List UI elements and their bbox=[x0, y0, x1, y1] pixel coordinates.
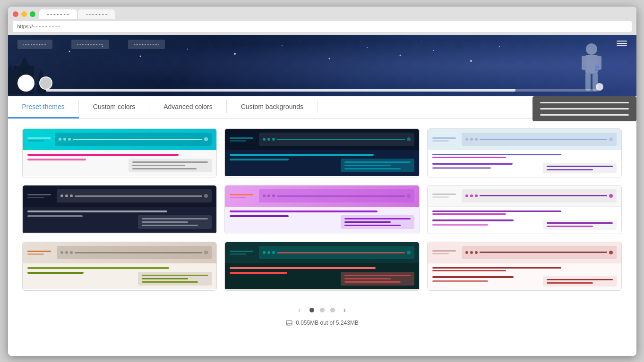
theme-9-subpanel bbox=[543, 276, 617, 286]
svg-point-22 bbox=[287, 324, 288, 325]
theme-3-header bbox=[428, 129, 622, 150]
prev-page-button[interactable]: ‹ bbox=[295, 305, 303, 315]
theme-4-header bbox=[23, 185, 217, 207]
theme-8-subpanel bbox=[341, 272, 414, 286]
svg-point-18 bbox=[470, 60, 472, 62]
theme-3-subpanel bbox=[543, 163, 617, 173]
next-page-button[interactable]: › bbox=[341, 305, 349, 315]
page-dot-2[interactable] bbox=[320, 308, 325, 312]
theme-7-lines bbox=[27, 272, 134, 274]
theme-1-header bbox=[23, 129, 217, 150]
storage-icon bbox=[285, 319, 293, 327]
svg-point-14 bbox=[328, 58, 330, 59]
theme-5-body-section bbox=[230, 215, 414, 229]
theme-6-subpanel bbox=[543, 219, 617, 230]
page-dot-3[interactable] bbox=[330, 308, 335, 312]
theme-5-body bbox=[225, 207, 419, 233]
svg-point-16 bbox=[399, 54, 401, 56]
hero-banner: ··············· ················· ······… bbox=[8, 35, 636, 96]
theme-2-header bbox=[225, 129, 419, 150]
storage-text: 0.055MB out of 5.243MB bbox=[296, 320, 359, 326]
hero-nav-link-2[interactable]: ················· bbox=[71, 40, 110, 49]
close-button[interactable] bbox=[13, 11, 18, 17]
theme-6-inner bbox=[462, 189, 617, 202]
address-bar[interactable]: https://··················· bbox=[13, 21, 632, 32]
theme-6-body bbox=[428, 207, 622, 234]
theme-7-inner bbox=[57, 246, 212, 259]
tab-advanced-colors[interactable]: Advanced colors bbox=[149, 96, 227, 118]
theme-2-lines bbox=[230, 159, 336, 160]
svg-rect-2 bbox=[582, 56, 586, 70]
theme-card-9[interactable] bbox=[427, 242, 622, 291]
dropdown-line-2 bbox=[540, 108, 629, 109]
dropdown-menu bbox=[532, 96, 636, 121]
svg-point-0 bbox=[586, 43, 597, 55]
theme-9-lines bbox=[432, 276, 539, 282]
page-dot-1[interactable] bbox=[309, 308, 314, 312]
address-bar-row: https://··················· bbox=[13, 21, 632, 32]
tab-custom-colors[interactable]: Custom colors bbox=[79, 96, 149, 118]
hero-nav-link-1[interactable]: ··············· bbox=[17, 40, 52, 49]
theme-1-subpanel bbox=[129, 159, 212, 172]
theme-card-2[interactable] bbox=[224, 128, 420, 177]
window-controls bbox=[13, 11, 35, 17]
theme-4-body bbox=[23, 207, 217, 233]
theme-7-body bbox=[23, 263, 217, 289]
theme-card-1[interactable] bbox=[22, 128, 217, 177]
hero-nav-link-3[interactable]: ················ bbox=[128, 40, 164, 49]
theme-2-inner bbox=[259, 133, 414, 146]
theme-3-body bbox=[428, 150, 622, 177]
browser-chrome: ················ ··············· https:/… bbox=[8, 7, 636, 35]
theme-2-body-section bbox=[230, 159, 414, 172]
hero-progress-bar bbox=[46, 89, 599, 92]
theme-card-7[interactable] bbox=[22, 242, 217, 291]
theme-5-header bbox=[225, 185, 419, 207]
avatar-primary bbox=[17, 75, 34, 92]
dropdown-line-3 bbox=[540, 114, 629, 116]
theme-9-body bbox=[428, 263, 622, 290]
browser-tab-2[interactable]: ··············· bbox=[78, 9, 115, 19]
theme-7-subpanel bbox=[138, 272, 212, 286]
tab-custom-backgrounds[interactable]: Custom backgrounds bbox=[227, 96, 318, 118]
theme-3-body-section bbox=[432, 163, 617, 173]
tab-preset-themes[interactable]: Preset themes bbox=[8, 96, 79, 118]
theme-9-header bbox=[428, 242, 622, 263]
theme-2-body bbox=[225, 150, 419, 176]
tabs-container: Preset themes Custom colors Advanced col… bbox=[8, 96, 636, 119]
dropdown-line-1 bbox=[540, 102, 629, 103]
themes-grid bbox=[22, 128, 622, 291]
storage-info: 0.055MB out of 5.243MB bbox=[22, 319, 622, 327]
theme-card-3[interactable] bbox=[427, 128, 622, 177]
avatar-secondary bbox=[39, 76, 52, 90]
hero-dot bbox=[596, 83, 603, 91]
theme-8-lines bbox=[230, 272, 336, 274]
theme-7-body-section bbox=[27, 272, 212, 286]
minimize-button[interactable] bbox=[21, 11, 27, 17]
theme-4-body-section bbox=[27, 215, 212, 229]
browser-toolbar: ················ ··············· bbox=[13, 9, 632, 19]
theme-card-4[interactable] bbox=[22, 185, 217, 234]
theme-card-8[interactable] bbox=[224, 242, 420, 291]
theme-4-lines bbox=[27, 215, 134, 217]
theme-9-body-section bbox=[432, 276, 617, 286]
theme-6-body-section bbox=[432, 219, 617, 230]
theme-3-lines bbox=[432, 163, 539, 169]
svg-point-10 bbox=[139, 55, 141, 57]
theme-7-header bbox=[23, 242, 217, 263]
theme-1-lines bbox=[27, 159, 125, 160]
theme-card-6[interactable] bbox=[427, 185, 622, 234]
theme-card-5[interactable] bbox=[224, 185, 420, 234]
pagination-area: ‹ › bbox=[22, 300, 622, 319]
theme-6-header bbox=[428, 185, 622, 207]
menu-line-3 bbox=[617, 45, 627, 46]
tab-bar: ················ ··············· bbox=[39, 9, 115, 19]
theme-5-inner bbox=[259, 189, 414, 202]
menu-line-1 bbox=[617, 41, 627, 42]
theme-8-header bbox=[225, 242, 419, 263]
hamburger-icon[interactable] bbox=[617, 41, 627, 46]
browser-window: ················ ··············· https:/… bbox=[8, 7, 636, 356]
maximize-button[interactable] bbox=[30, 11, 35, 17]
browser-tab-1[interactable]: ················ bbox=[39, 9, 77, 19]
theme-6-lines bbox=[432, 219, 539, 226]
svg-point-7 bbox=[595, 67, 598, 70]
